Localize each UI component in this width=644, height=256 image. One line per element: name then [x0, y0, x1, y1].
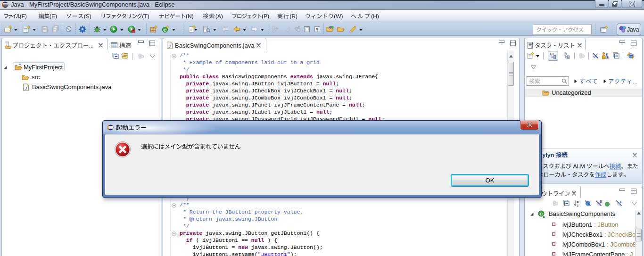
svg-text:C: C: [540, 211, 543, 216]
svg-text:z: z: [577, 203, 579, 207]
svg-text:J: J: [169, 44, 171, 49]
svg-text:S: S: [600, 200, 602, 203]
svg-text:C: C: [164, 27, 167, 33]
svg-text:¶: ¶: [316, 26, 319, 32]
svg-text:J: J: [25, 86, 27, 91]
svg-text:L: L: [620, 200, 623, 204]
